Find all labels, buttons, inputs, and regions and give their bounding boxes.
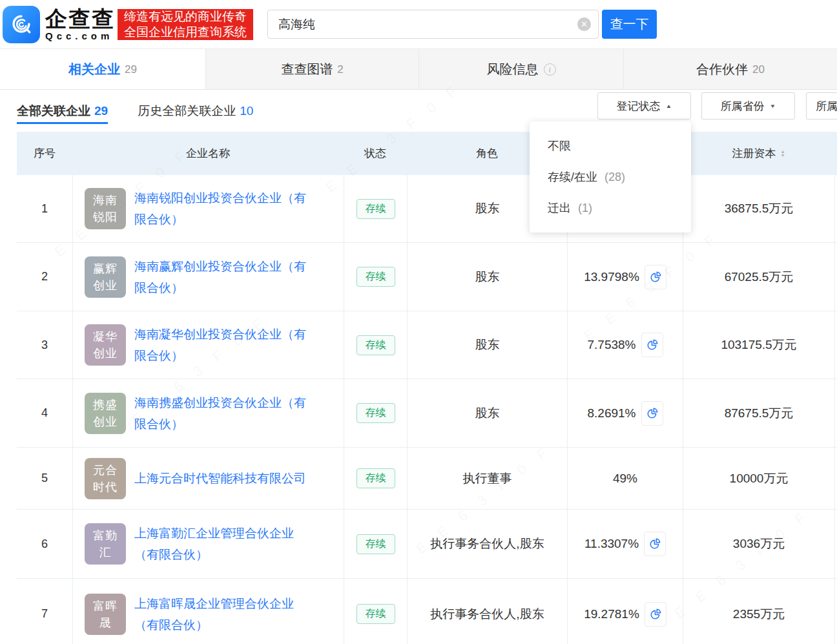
info-icon[interactable]: i bbox=[544, 63, 556, 76]
status-badge: 存续 bbox=[356, 468, 395, 488]
status-cell: 存续 bbox=[344, 311, 407, 379]
row-number: 7 bbox=[17, 579, 72, 644]
filter-clipped[interactable]: 所属 bbox=[806, 92, 837, 119]
sort-icon[interactable]: ▲▼ bbox=[780, 150, 785, 158]
percent-cell: 19.2781% bbox=[567, 579, 683, 644]
qcc-related-companies-page: 企查查 Qcc.com 缔造有远见的商业传奇 全国企业信用查询系统 ✕ 查一下 … bbox=[0, 0, 837, 644]
percent-value: 49% bbox=[613, 472, 637, 486]
avatar-line2: 汇 bbox=[99, 544, 112, 561]
dropdown-item-unlimited[interactable]: 不限 bbox=[530, 130, 691, 161]
sliver-cell bbox=[834, 379, 837, 447]
dropdown-item-label: 存续/在业 bbox=[548, 171, 597, 183]
sliver-cell bbox=[834, 579, 837, 644]
filter-province[interactable]: 所属省份 ▼ bbox=[701, 92, 795, 119]
slogan-banner: 缔造有远见的商业传奇 全国企业信用查询系统 bbox=[118, 9, 253, 40]
avatar-line1: 富晖 bbox=[93, 597, 118, 614]
qcc-logo-icon[interactable] bbox=[3, 6, 40, 43]
registration-status-dropdown: 不限 存续/在业 (28) 迁出 (1) bbox=[530, 121, 691, 233]
tab-count: 20 bbox=[752, 63, 765, 76]
percent-cell: 7.7538% bbox=[567, 311, 683, 379]
table-row: 3 凝华 创业 海南凝华创业投资合伙企业（有限合伙） 存续 股东 7.7538% bbox=[17, 311, 837, 379]
subtab-count: 10 bbox=[240, 104, 253, 118]
filter-label: 登记状态 bbox=[617, 99, 661, 114]
pie-chart-icon[interactable] bbox=[645, 602, 666, 627]
dropdown-item-label: 不限 bbox=[548, 140, 571, 152]
brand-domain: Qcc.com bbox=[45, 30, 115, 42]
subtab-all-related[interactable]: 全部关联企业 29 bbox=[17, 90, 108, 132]
tab-count: 29 bbox=[125, 63, 137, 76]
dropdown-item-moved-out[interactable]: 迁出 (1) bbox=[530, 192, 691, 223]
sliver-cell bbox=[834, 448, 837, 509]
row-number: 4 bbox=[17, 379, 72, 447]
company-avatar: 元合 时代 bbox=[85, 458, 126, 499]
pie-chart-icon[interactable] bbox=[641, 401, 663, 426]
dropdown-item-count: (1) bbox=[578, 202, 592, 214]
sliver-cell bbox=[834, 510, 837, 578]
company-avatar: 海南 锐阳 bbox=[85, 188, 126, 229]
filter-registration-status[interactable]: 登记状态 ▲ bbox=[597, 92, 691, 119]
company-cell: 凝华 创业 海南凝华创业投资合伙企业（有限合伙） bbox=[72, 311, 344, 379]
status-cell: 存续 bbox=[344, 379, 407, 447]
search-bar: ✕ 查一下 bbox=[267, 10, 657, 39]
status-cell: 存续 bbox=[344, 175, 407, 242]
tab-count: 2 bbox=[337, 63, 343, 76]
table-row: 5 元合 时代 上海元合时代智能科技有限公司 存续 执行董事 49% 10000… bbox=[17, 448, 837, 510]
pie-chart-icon[interactable] bbox=[645, 265, 666, 289]
percent-value: 8.2691% bbox=[587, 406, 636, 421]
tab-related-companies[interactable]: 相关企业 29 bbox=[0, 49, 205, 89]
table-header-row: 序号 企业名称 状态 角色 注册资本 ▲▼ bbox=[17, 132, 837, 175]
company-avatar: 富勤 汇 bbox=[85, 523, 126, 565]
search-input[interactable] bbox=[267, 10, 599, 39]
company-avatar: 赢辉 创业 bbox=[85, 256, 126, 298]
header: 企查查 Qcc.com 缔造有远见的商业传奇 全国企业信用查询系统 ✕ 查一下 bbox=[0, 0, 837, 48]
sliver-cell bbox=[834, 175, 837, 242]
avatar-line1: 元合 bbox=[93, 462, 118, 479]
company-name-link[interactable]: 上海元合时代智能科技有限公司 bbox=[134, 468, 310, 489]
percent-value: 13.9798% bbox=[584, 270, 639, 284]
company-name-link[interactable]: 海南凝华创业投资合伙企业（有限合伙） bbox=[134, 324, 310, 366]
chevron-down-icon: ▼ bbox=[770, 103, 776, 109]
avatar-line2: 创业 bbox=[93, 345, 118, 362]
percent-cell: 11.3307% bbox=[567, 510, 683, 578]
avatar-line2: 创业 bbox=[93, 277, 118, 294]
related-companies-table: 序号 企业名称 状态 角色 注册资本 ▲▼ 1 海南 锐阳 海南锐阳创业投资合伙 bbox=[17, 132, 837, 644]
col-header-capital[interactable]: 注册资本 ▲▼ bbox=[683, 132, 834, 175]
company-name-link[interactable]: 海南携盛创业投资合伙企业（有限合伙） bbox=[134, 392, 310, 435]
role-cell: 执行董事 bbox=[407, 448, 567, 509]
company-cell: 赢辉 创业 海南赢辉创业投资合伙企业（有限合伙） bbox=[72, 243, 344, 311]
capital-cell: 2355万元 bbox=[683, 579, 834, 644]
company-name-link[interactable]: 海南赢辉创业投资合伙企业（有限合伙） bbox=[134, 256, 310, 298]
avatar-line1: 赢辉 bbox=[93, 260, 118, 277]
search-button[interactable]: 查一下 bbox=[602, 10, 657, 39]
tab-label: 相关企业 bbox=[68, 61, 120, 78]
company-cell: 携盛 创业 海南携盛创业投资合伙企业（有限合伙） bbox=[72, 379, 344, 447]
status-badge: 存续 bbox=[356, 534, 395, 554]
clear-search-icon[interactable]: ✕ bbox=[577, 17, 591, 31]
logo-text[interactable]: 企查查 Qcc.com bbox=[45, 7, 115, 42]
col-header-sliver bbox=[834, 132, 837, 175]
tab-risk-info[interactable]: 风险信息 i bbox=[418, 49, 623, 89]
tab-label: 合作伙伴 bbox=[696, 61, 748, 78]
sliver-cell bbox=[834, 243, 837, 311]
col-header-status: 状态 bbox=[344, 132, 407, 175]
tab-chacha-graph[interactable]: 查查图谱 2 bbox=[205, 49, 418, 89]
company-name-link[interactable]: 海南锐阳创业投资合伙企业（有限合伙） bbox=[134, 187, 310, 230]
table-row: 7 富晖 晟 上海富晖晟企业管理合伙企业（有限合伙） 存续 执行事务合伙人,股东… bbox=[17, 579, 837, 644]
pie-chart-icon[interactable] bbox=[641, 333, 663, 357]
company-name-link[interactable]: 上海富勤汇企业管理合伙企业（有限合伙） bbox=[134, 523, 310, 565]
subtab-history-related[interactable]: 历史全部关联企业 10 bbox=[138, 90, 253, 132]
sliver-cell bbox=[834, 311, 837, 379]
dropdown-item-count: (28) bbox=[604, 171, 625, 183]
pie-chart-icon[interactable] bbox=[644, 532, 666, 556]
col-header-name: 企业名称 bbox=[72, 132, 344, 175]
role-cell: 股东 bbox=[407, 379, 567, 447]
role-cell: 执行事务合伙人,股东 bbox=[407, 510, 567, 578]
company-name-link[interactable]: 上海富晖晟企业管理合伙企业（有限合伙） bbox=[134, 593, 310, 636]
dropdown-item-existing[interactable]: 存续/在业 (28) bbox=[530, 161, 691, 192]
row-number: 2 bbox=[17, 243, 72, 311]
percent-value: 19.2781% bbox=[584, 607, 639, 621]
tab-partners[interactable]: 合作伙伴 20 bbox=[623, 49, 837, 89]
slogan-line1: 缔造有远见的商业传奇 bbox=[124, 9, 247, 25]
company-cell: 富勤 汇 上海富勤汇企业管理合伙企业（有限合伙） bbox=[72, 510, 344, 578]
avatar-line2: 晟 bbox=[99, 614, 112, 631]
